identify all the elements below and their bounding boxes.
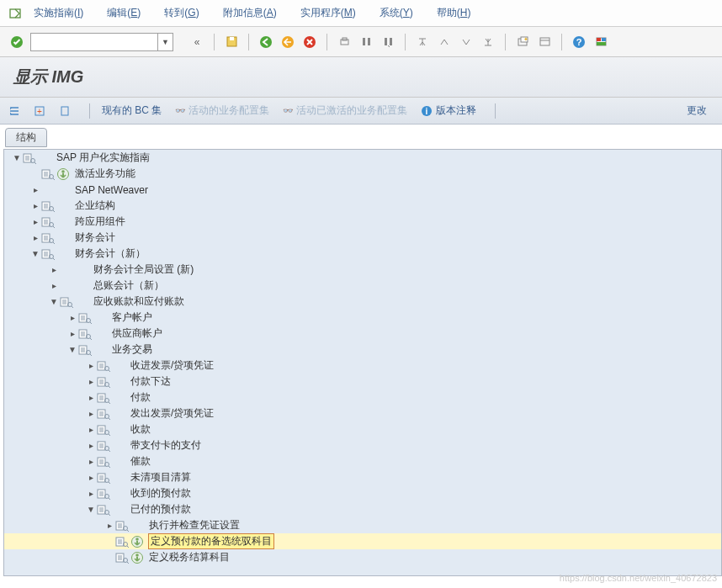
expander-closed[interactable]: ▸ — [48, 281, 60, 290]
expander-closed[interactable]: ▸ — [85, 425, 97, 434]
tree-row[interactable]: ▸收到的预付款 — [4, 485, 721, 501]
print-icon[interactable] — [336, 34, 353, 50]
img-activity-icon[interactable] — [97, 471, 110, 485]
tree-row[interactable]: ▸付款 — [4, 389, 721, 405]
expander-closed[interactable]: ▸ — [85, 489, 97, 498]
tree-row[interactable]: ▸执行并检查凭证设置 — [4, 517, 721, 533]
menu-i[interactable]: 实施指南(I) — [34, 7, 83, 19]
img-activity-icon[interactable] — [41, 199, 55, 213]
activated-bc-set-button[interactable]: 👓活动已激活的业务配置集 — [283, 103, 407, 118]
execute-icon[interactable] — [56, 167, 70, 181]
menu-a[interactable]: 附加信息(A) — [223, 7, 277, 19]
first-page-icon[interactable] — [414, 34, 431, 50]
img-activity-icon[interactable] — [78, 343, 92, 357]
img-activity-icon[interactable] — [97, 455, 110, 469]
tree-row[interactable]: ▼业务交易 — [4, 342, 721, 358]
bc-set-button[interactable]: 现有的 BC 集 — [102, 103, 162, 118]
img-activity-icon[interactable] — [41, 167, 55, 181]
expander-open[interactable]: ▼ — [29, 249, 41, 258]
img-activity-icon[interactable] — [78, 311, 92, 325]
expander-open[interactable]: ▼ — [48, 297, 60, 306]
expander-open[interactable]: ▼ — [66, 345, 78, 354]
img-activity-icon[interactable] — [97, 487, 110, 501]
back-icon[interactable] — [257, 34, 274, 50]
img-activity-icon[interactable] — [60, 295, 73, 309]
expander-closed[interactable]: ▸ — [85, 409, 97, 418]
tree-row[interactable]: ▸企业结构 — [4, 198, 721, 214]
expander-closed[interactable]: ▸ — [48, 265, 60, 274]
expander-closed[interactable]: ▸ — [85, 473, 97, 482]
help-icon[interactable]: ? — [571, 34, 587, 50]
tree-row[interactable]: 激活业务功能 — [4, 166, 721, 182]
last-page-icon[interactable] — [480, 34, 496, 50]
expander-closed[interactable]: ▸ — [29, 217, 41, 226]
release-notes-button[interactable]: i版本注释 — [421, 103, 476, 118]
img-activity-icon[interactable] — [97, 391, 110, 405]
img-activity-icon[interactable] — [97, 503, 110, 516]
local-layout-icon[interactable] — [592, 34, 609, 50]
chevron-down-icon[interactable]: ▼ — [157, 34, 173, 50]
next-page-icon[interactable] — [458, 34, 475, 50]
command-field[interactable]: ▼ — [30, 33, 173, 51]
execute-icon[interactable] — [130, 551, 144, 564]
where-used-button[interactable] — [59, 105, 71, 117]
expander-closed[interactable]: ▸ — [29, 201, 41, 210]
img-activity-icon[interactable] — [97, 407, 110, 421]
new-window-icon[interactable]: ✦ — [514, 34, 531, 50]
tree-row[interactable]: ▸SAP NetWeaver — [4, 182, 721, 198]
tree-row[interactable]: ▼应收账款和应付账款 — [4, 294, 721, 310]
img-activity-icon[interactable] — [41, 247, 55, 261]
tree-row[interactable]: ▸带支付卡的支付 — [4, 437, 721, 453]
save-icon[interactable] — [223, 34, 240, 50]
expander-open[interactable]: ▼ — [11, 153, 23, 162]
img-activity-icon[interactable] — [115, 551, 129, 564]
prev-page-icon[interactable] — [436, 34, 453, 50]
tree-row[interactable]: 定义预付款的备选统驭科目 — [4, 533, 721, 549]
tree-row[interactable]: ▸付款下达 — [4, 373, 721, 389]
expander-closed[interactable]: ▸ — [85, 361, 97, 370]
menu-y[interactable]: 系统(Y) — [380, 7, 413, 19]
tree-row[interactable]: ▸总账会计（新） — [4, 278, 721, 294]
tree-row[interactable]: ▸客户帐户 — [4, 310, 721, 326]
tree-row[interactable]: ▸未清项目清算 — [4, 469, 721, 485]
add-to-worklist-button[interactable]: + — [34, 105, 45, 117]
menu-e[interactable]: 编辑(E) — [107, 7, 141, 19]
img-activity-icon[interactable] — [115, 519, 129, 532]
img-activity-icon[interactable] — [97, 375, 110, 389]
expander-closed[interactable]: ▸ — [66, 329, 78, 338]
expander-closed[interactable]: ▸ — [104, 521, 115, 530]
tree-row[interactable]: ▸财务会计全局设置 (新) — [4, 262, 721, 278]
tree-row[interactable]: ▸跨应用组件 — [4, 214, 721, 230]
img-activity-icon[interactable] — [115, 535, 129, 548]
tree-row[interactable]: ▸收款 — [4, 421, 721, 437]
active-bc-set-button[interactable]: 👓活动的业务配置集 — [175, 103, 269, 118]
execute-icon[interactable] — [130, 535, 144, 548]
img-activity-icon[interactable] — [23, 151, 36, 165]
menu-m[interactable]: 实用程序(M) — [300, 7, 356, 19]
find-icon[interactable] — [358, 34, 374, 50]
enter-button[interactable] — [8, 34, 25, 50]
img-activity-icon[interactable] — [41, 215, 55, 229]
find-next-icon[interactable] — [380, 34, 396, 50]
expander-closed[interactable]: ▸ — [85, 457, 97, 466]
img-activity-icon[interactable] — [78, 327, 92, 341]
layout-icon[interactable] — [536, 34, 553, 50]
expander-closed[interactable]: ▸ — [85, 441, 97, 450]
tree-row[interactable]: ▸供应商帐户 — [4, 326, 721, 342]
expander-closed[interactable]: ▸ — [29, 233, 41, 242]
img-activity-icon[interactable] — [97, 439, 110, 453]
tree-row[interactable]: ▼已付的预付款 — [4, 501, 721, 517]
tree-row[interactable]: ▸收进发票/贷项凭证 — [4, 358, 721, 373]
menu-g[interactable]: 转到(G) — [164, 7, 199, 19]
tree-row[interactable]: 定义税务结算科目 — [4, 549, 721, 565]
tree-row[interactable]: ▼财务会计（新） — [4, 246, 721, 262]
expander-closed[interactable]: ▸ — [29, 185, 41, 194]
app-menu-icon[interactable] — [8, 7, 22, 20]
img-activity-icon[interactable] — [97, 423, 110, 437]
tree-row[interactable]: ▼SAP 用户化实施指南 — [4, 150, 721, 166]
exit-icon[interactable] — [279, 34, 296, 50]
change-button[interactable]: 更改 — [687, 103, 707, 118]
tree-row[interactable]: ▸财务会计 — [4, 230, 721, 246]
expander-closed[interactable]: ▸ — [85, 393, 97, 402]
expander-closed[interactable]: ▸ — [85, 377, 97, 386]
